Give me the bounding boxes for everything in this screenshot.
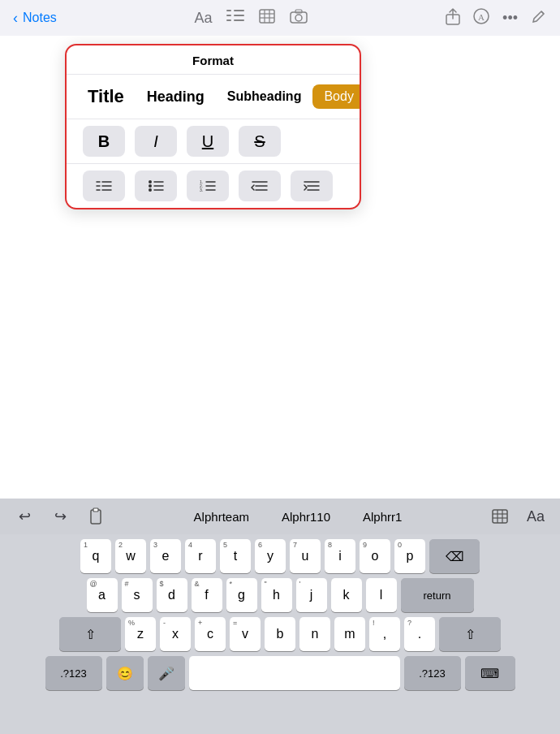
svg-rect-1	[226, 15, 231, 16]
svg-rect-6	[260, 10, 274, 23]
keyboard-aa-button[interactable]: Aa	[521, 504, 550, 529]
keyboard-suggestion-area: Alphrteam Alphr110 Alphrr1	[117, 510, 479, 524]
svg-rect-5	[234, 19, 244, 21]
suggestion-2[interactable]: Alphr110	[282, 510, 330, 524]
key-row-2: @a #s $d &f *g "h 'j k l return	[3, 578, 557, 612]
bullet-list-button[interactable]	[135, 171, 177, 201]
svg-point-12	[295, 15, 302, 21]
key-i[interactable]: 8i	[325, 539, 355, 573]
italic-button[interactable]: I	[135, 126, 177, 157]
format-buttons-row: B I U S	[67, 119, 360, 164]
key-w[interactable]: 2w	[115, 539, 146, 573]
text-style-heading[interactable]: Heading	[136, 84, 216, 110]
redo-button[interactable]: ↪	[45, 504, 75, 529]
content-area: Format Title Heading Subheading Body M B…	[0, 36, 560, 499]
key-row-1: 1q 2w 3e 4r 5t 6y 7u 8i 9o 0p ⌫	[3, 539, 557, 573]
shift-right-key[interactable]: ⇧	[439, 617, 501, 651]
key-j[interactable]: 'j	[296, 578, 327, 612]
keyboard-table-icon[interactable]	[485, 504, 515, 529]
key-m[interactable]: m	[334, 617, 365, 651]
numbers-key[interactable]: .?123	[45, 656, 102, 690]
space-key[interactable]	[189, 656, 400, 690]
key-n[interactable]: n	[299, 617, 330, 651]
text-style-body[interactable]: Body	[312, 84, 360, 109]
nav-center: Aa	[194, 9, 308, 28]
svg-rect-0	[226, 10, 231, 11]
emoji-key[interactable]: 😊	[106, 656, 144, 690]
key-y[interactable]: 6y	[255, 539, 286, 573]
key-c[interactable]: +c	[195, 617, 226, 651]
bold-button[interactable]: B	[83, 126, 125, 157]
suggestion-1[interactable]: Alphrteam	[194, 510, 249, 524]
key-g[interactable]: *g	[226, 578, 257, 612]
return-key[interactable]: return	[401, 578, 474, 612]
underline-button[interactable]: U	[187, 126, 229, 157]
svg-point-23	[149, 180, 152, 184]
svg-rect-43	[493, 510, 507, 523]
list-buttons-row: 1. 2. 3.	[67, 164, 360, 208]
nav-right: A •••	[446, 7, 547, 29]
key-h[interactable]: "h	[261, 578, 292, 612]
nav-back-label[interactable]: Notes	[23, 11, 57, 25]
key-b[interactable]: b	[265, 617, 295, 651]
key-k[interactable]: k	[331, 578, 362, 612]
circle-a-icon[interactable]: A	[473, 8, 489, 28]
key-d[interactable]: $d	[157, 578, 187, 612]
key-s[interactable]: #s	[122, 578, 153, 612]
svg-rect-42	[93, 508, 98, 512]
more-icon[interactable]: •••	[502, 10, 518, 27]
key-period[interactable]: ?.	[404, 617, 435, 651]
svg-rect-4	[234, 15, 244, 16]
nav-left: ‹ Notes	[13, 10, 57, 27]
keyboard-toolbar: ↩ ↪ Alphrteam Alphr110 Alphrr1	[0, 499, 560, 534]
edit-icon[interactable]	[531, 8, 547, 28]
keyboard-area: ↩ ↪ Alphrteam Alphr110 Alphrr1	[0, 499, 560, 734]
strikethrough-button[interactable]: S	[239, 126, 281, 157]
key-x[interactable]: -x	[160, 617, 191, 651]
key-l[interactable]: l	[366, 578, 397, 612]
key-o[interactable]: 9o	[360, 539, 390, 573]
key-row-4: .?123 😊 🎤 .?123 ⌨	[3, 656, 557, 690]
table-icon[interactable]	[259, 9, 275, 28]
key-a[interactable]: @a	[87, 578, 118, 612]
key-comma[interactable]: !,	[369, 617, 400, 651]
undo-button[interactable]: ↩	[10, 504, 39, 529]
clipboard-button[interactable]	[81, 504, 110, 529]
back-arrow-icon[interactable]: ‹	[13, 10, 18, 27]
svg-rect-2	[226, 19, 231, 21]
svg-text:A: A	[478, 12, 485, 22]
key-f[interactable]: &f	[192, 578, 222, 612]
key-u[interactable]: 7u	[290, 539, 321, 573]
format-popup-title: Format	[67, 45, 360, 75]
key-z[interactable]: %z	[125, 617, 156, 651]
numbered-list-button[interactable]: 1. 2. 3.	[187, 171, 229, 201]
text-style-title[interactable]: Title	[76, 81, 136, 112]
key-q[interactable]: 1q	[80, 539, 111, 573]
svg-rect-3	[234, 10, 244, 11]
svg-text:3.: 3.	[200, 188, 203, 192]
camera-icon[interactable]	[290, 9, 308, 28]
format-popup: Format Title Heading Subheading Body M B…	[65, 44, 361, 209]
indent-increase-button[interactable]	[291, 171, 333, 201]
key-t[interactable]: 5t	[220, 539, 251, 573]
svg-point-24	[149, 184, 152, 188]
key-v[interactable]: =v	[230, 617, 261, 651]
svg-point-25	[149, 188, 152, 192]
key-e[interactable]: 3e	[150, 539, 181, 573]
key-p[interactable]: 0p	[394, 539, 425, 573]
text-style-subheading[interactable]: Subheading	[216, 84, 313, 109]
key-r[interactable]: 4r	[185, 539, 216, 573]
format-aa-icon[interactable]: Aa	[194, 10, 212, 27]
share-icon[interactable]	[446, 7, 460, 29]
keyboard-hide-key[interactable]: ⌨	[465, 656, 515, 690]
dash-list-button[interactable]	[83, 171, 125, 201]
suggestion-3[interactable]: Alphrr1	[363, 510, 402, 524]
dotnum-key[interactable]: .?123	[404, 656, 461, 690]
mic-key[interactable]: 🎤	[148, 656, 185, 690]
shift-left-key[interactable]: ⇧	[59, 617, 121, 651]
keyboard-tool-right: Aa	[485, 504, 550, 529]
nav-bar: ‹ Notes Aa	[0, 0, 560, 36]
checklist-icon[interactable]	[226, 9, 244, 28]
indent-decrease-button[interactable]	[239, 171, 281, 201]
delete-key[interactable]: ⌫	[429, 539, 480, 573]
